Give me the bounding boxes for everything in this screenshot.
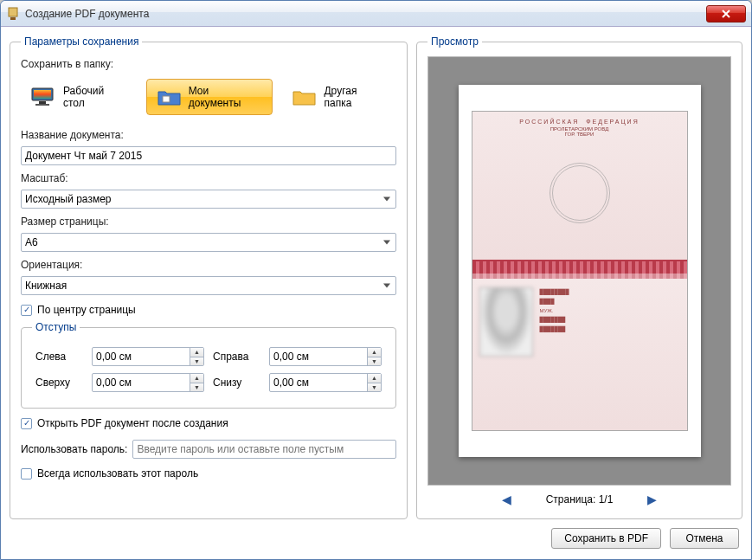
margin-bottom-input[interactable]: ▲▼ <box>269 373 382 392</box>
save-button[interactable]: Сохранить в PDF <box>551 528 661 549</box>
open-after-label: Открыть PDF документ после создания <box>37 417 228 429</box>
folder-documents-button[interactable]: Мои документы <box>146 79 273 115</box>
svg-rect-6 <box>163 96 170 102</box>
page-indicator: Страница: 1/1 <box>546 493 614 505</box>
svg-rect-1 <box>10 17 16 20</box>
folder-other-label: Другая папка <box>324 85 387 109</box>
margin-right-label: Справа <box>213 351 260 363</box>
center-checkbox[interactable] <box>21 305 32 316</box>
margins-legend: Отступы <box>32 321 80 333</box>
folder-desktop-label: Рабочий стол <box>63 85 128 109</box>
documents-icon <box>156 87 183 107</box>
margin-right-input[interactable]: ▲▼ <box>269 347 382 366</box>
folder-other-button[interactable]: Другая папка <box>281 79 396 115</box>
always-password-label: Всегда использовать этот пароль <box>37 467 198 480</box>
client-area: Параметры сохранения Сохранить в папку: … <box>1 27 751 559</box>
folder-desktop-button[interactable]: Рабочий стол <box>21 79 138 115</box>
prev-page-arrow[interactable]: ◀ <box>502 492 511 506</box>
preview-legend: Просмотр <box>427 35 482 48</box>
page-size-label: Размер страницы: <box>21 216 396 228</box>
folder-documents-label: Мои документы <box>189 85 264 109</box>
spin-down-icon[interactable]: ▼ <box>190 383 203 392</box>
margin-bottom-label: Снизу <box>213 377 260 389</box>
margin-top-input[interactable]: ▲▼ <box>92 373 204 392</box>
svg-rect-4 <box>39 101 46 104</box>
margin-left-input[interactable]: ▲▼ <box>92 347 204 366</box>
spin-up-icon[interactable]: ▲ <box>367 374 381 383</box>
orientation-combo[interactable]: Книжная <box>21 276 396 295</box>
window-title: Создание PDF документа <box>25 8 706 20</box>
scale-combo[interactable]: Исходный размер <box>21 190 396 209</box>
spin-down-icon[interactable]: ▼ <box>367 357 381 366</box>
doc-name-input[interactable] <box>21 146 396 165</box>
desktop-icon <box>30 87 58 107</box>
save-to-label: Сохранить в папку: <box>21 58 396 70</box>
folder-icon <box>291 87 318 107</box>
save-params-group: Параметры сохранения Сохранить в папку: … <box>10 35 408 519</box>
dialog-window: Создание PDF документа Параметры сохране… <box>0 0 752 560</box>
spin-up-icon[interactable]: ▲ <box>190 348 203 357</box>
orientation-label: Ориентация: <box>21 259 396 271</box>
app-icon <box>6 7 20 21</box>
preview-document-image: РОССИЙСКАЯ ФЕДЕРАЦИЯ ПРОЛЕТАРСКИМ РОВД Г… <box>472 111 688 431</box>
svg-rect-3 <box>34 90 51 99</box>
page-size-combo[interactable]: A6 <box>21 233 396 252</box>
preview-viewport: РОССИЙСКАЯ ФЕДЕРАЦИЯ ПРОЛЕТАРСКИМ РОВД Г… <box>427 56 731 486</box>
doc-name-label: Название документа: <box>21 129 396 141</box>
save-params-legend: Параметры сохранения <box>21 35 142 48</box>
svg-rect-5 <box>35 104 49 106</box>
margin-top-label: Сверху <box>35 377 83 389</box>
spin-up-icon[interactable]: ▲ <box>190 374 203 383</box>
titlebar[interactable]: Создание PDF документа <box>1 1 751 27</box>
margin-left-label: Слева <box>35 351 83 363</box>
spin-up-icon[interactable]: ▲ <box>367 348 381 357</box>
cancel-button[interactable]: Отмена <box>670 528 739 549</box>
scale-label: Масштаб: <box>21 172 396 184</box>
spin-down-icon[interactable]: ▼ <box>190 357 203 366</box>
center-label: По центру страницы <box>37 304 136 316</box>
password-input[interactable] <box>132 440 396 459</box>
next-page-arrow[interactable]: ▶ <box>647 492 657 506</box>
margins-group: Отступы Слева ▲▼ Справа ▲▼ Сверху <box>21 321 396 409</box>
svg-rect-0 <box>9 8 17 16</box>
preview-group: Просмотр РОССИЙСКАЯ ФЕДЕРАЦИЯ ПРОЛЕТАРСК… <box>416 35 742 519</box>
close-button[interactable] <box>706 5 746 23</box>
always-password-checkbox[interactable] <box>21 468 32 480</box>
preview-page: РОССИЙСКАЯ ФЕДЕРАЦИЯ ПРОЛЕТАРСКИМ РОВД Г… <box>459 85 701 457</box>
password-label: Использовать пароль: <box>21 443 127 455</box>
open-after-checkbox[interactable] <box>21 418 32 429</box>
spin-down-icon[interactable]: ▼ <box>367 383 381 392</box>
